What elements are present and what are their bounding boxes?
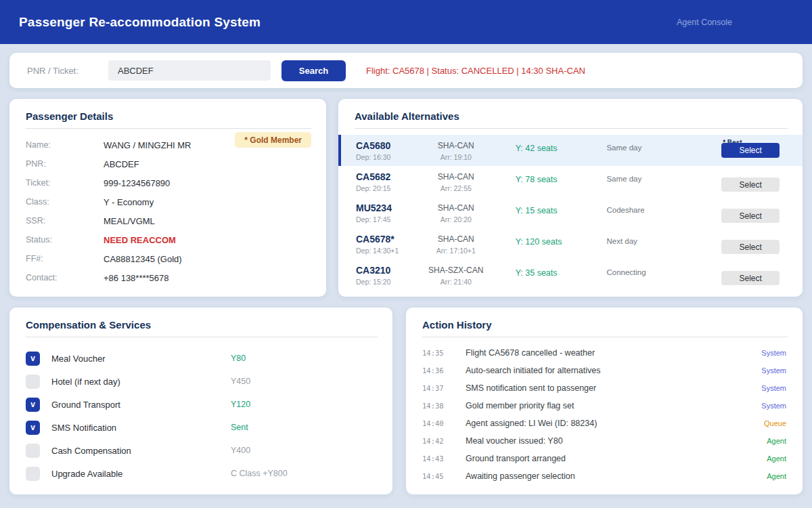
alternative-row: CA5682 Dep: 20:15 SHA-CAN Arr: 22:55 Y: …: [338, 166, 803, 197]
passenger-field-ssr: SSR: MEAL/VGML: [9, 211, 326, 230]
history-text: Meal voucher issued: Y80: [466, 436, 767, 446]
checkbox-checked-icon[interactable]: v: [26, 421, 40, 435]
checkbox-unchecked-icon[interactable]: [26, 467, 40, 481]
pnr-ticket-label: PNR / Ticket:: [27, 66, 107, 76]
select-button[interactable]: Select: [721, 240, 780, 254]
field-label: Status:: [26, 235, 104, 245]
compensation-item: v SMS Notification Sent: [9, 416, 392, 439]
flight-cell: CA3210 Dep: 15:20: [356, 259, 415, 286]
departure-time: Dep: 15:20: [356, 278, 415, 286]
compensation-item: v Ground Transport Y120: [9, 393, 392, 416]
field-label: FF#:: [26, 254, 104, 263]
search-button[interactable]: Search: [281, 60, 346, 81]
flight-number: CA3210: [356, 265, 415, 276]
route: SHA-CAN: [415, 234, 497, 244]
history-row: 14:43 Ground transport arranged Agent: [406, 450, 803, 467]
select-button[interactable]: Select: [721, 271, 780, 285]
history-actor: Agent: [767, 437, 786, 445]
day-note: Same day: [606, 135, 701, 152]
history-time: 14:38: [422, 402, 466, 410]
history-actor: System: [761, 384, 786, 392]
departure-time: Dep: 17:45: [356, 215, 415, 224]
compensation-value: Y80: [231, 354, 246, 363]
arrival-time: Arr: 17:10+1: [415, 247, 497, 255]
seats-available: Y: 35 seats: [516, 259, 607, 278]
field-value: CA88812345 (Gold): [104, 254, 182, 264]
passenger-details-panel: Passenger Details * Gold Member Name: WA…: [9, 99, 326, 297]
history-time: 14:45: [422, 472, 466, 480]
compensation-label: Hotel (if next day): [51, 377, 231, 387]
available-alternatives-panel: Available Alternatives CA5680 Dep: 16:30…: [338, 99, 803, 297]
checkbox-unchecked-icon[interactable]: [26, 444, 40, 458]
flight-number: CA5680: [356, 140, 415, 151]
field-label: PNR:: [26, 159, 104, 169]
flight-number: CA5682: [356, 171, 415, 182]
history-time: 14:37: [422, 384, 466, 392]
history-text: SMS notification sent to passenger: [466, 383, 761, 393]
search-panel: PNR / Ticket: Search Flight: CA5678 | St…: [9, 53, 803, 88]
seats-available: Y: 15 seats: [516, 197, 607, 215]
compensation-item: Cash Compensation Y400: [9, 439, 392, 462]
action-history-panel: Action History 14:35 Flight CA5678 cance…: [406, 308, 803, 494]
arrival-time: Arr: 19:10: [415, 153, 497, 161]
history-time: 14:40: [422, 419, 466, 427]
compensation-value: Y120: [231, 400, 250, 409]
passenger-details-title: Passenger Details: [26, 110, 311, 129]
compensation-list: v Meal Voucher Y80 Hotel (if next day) Y…: [9, 347, 392, 485]
route: SHA-CAN: [415, 203, 497, 213]
compensation-label: Cash Compensation: [51, 446, 231, 456]
action-history-list: 14:35 Flight CA5678 cancelled - weather …: [406, 344, 803, 485]
select-button[interactable]: Select: [721, 143, 780, 158]
agent-console-link[interactable]: Agent Console: [677, 18, 732, 27]
flight-number: CA5678*: [356, 234, 415, 245]
history-text: Flight CA5678 cancelled - weather: [466, 348, 761, 358]
compensation-label: Upgrade Available: [51, 469, 231, 479]
history-row: 14:38 Gold member priority flag set Syst…: [406, 397, 803, 415]
alternative-row: CA3210 Dep: 15:20 SHA-SZX-CAN Arr: 21:40…: [338, 259, 803, 291]
history-row: 14:35 Flight CA5678 cancelled - weather …: [406, 344, 803, 362]
seats-available: Y: 120 seats: [516, 228, 607, 247]
route-cell: SHA-CAN Arr: 17:10+1: [415, 228, 497, 255]
field-label: Ticket:: [26, 178, 104, 188]
checkbox-checked-icon[interactable]: v: [26, 352, 40, 366]
field-value: 999-1234567890: [104, 178, 170, 188]
flight-cell: CA5682 Dep: 20:15: [356, 166, 415, 192]
field-label: Name:: [26, 140, 104, 150]
passenger-field-contact: Contact: +86 138****5678: [9, 268, 326, 287]
route: SHA-CAN: [415, 141, 497, 150]
route-cell: SHA-SZX-CAN Arr: 21:40: [415, 259, 497, 286]
compensation-panel: Compensation & Services v Meal Voucher Y…: [9, 308, 392, 494]
action-history-title: Action History: [422, 319, 788, 337]
pnr-ticket-input[interactable]: [108, 60, 271, 81]
passenger-fields: Name: WANG / MINGZHI MR PNR: ABCDEF Tick…: [9, 135, 326, 287]
seats-available: Y: 42 seats: [516, 135, 607, 153]
history-actor: System: [761, 349, 786, 357]
field-value: ABCDEF: [104, 159, 139, 169]
compensation-value: Y400: [231, 446, 250, 455]
departure-time: Dep: 20:15: [356, 184, 415, 192]
departure-time: Dep: 14:30+1: [356, 247, 415, 255]
checkbox-unchecked-icon[interactable]: [26, 375, 40, 389]
select-button[interactable]: Select: [721, 209, 780, 223]
route-cell: SHA-CAN Arr: 20:20: [415, 197, 497, 224]
field-value: +86 138****5678: [104, 273, 169, 283]
compensation-item: v Meal Voucher Y80: [9, 347, 392, 370]
history-actor: System: [761, 402, 786, 410]
history-row: 14:45 Awaiting passenger selection Agent: [406, 467, 803, 485]
select-button[interactable]: Select: [721, 177, 780, 192]
history-time: 14:43: [422, 454, 466, 463]
history-text: Ground transport arranged: [466, 454, 767, 463]
compensation-label: Ground Transport: [51, 400, 231, 410]
history-actor: Queue: [764, 419, 786, 427]
checkbox-checked-icon[interactable]: v: [26, 398, 40, 412]
compensation-item: Hotel (if next day) Y450: [9, 370, 392, 393]
history-row: 14:36 Auto-search initiated for alternat…: [406, 362, 803, 379]
field-label: Class:: [26, 197, 104, 207]
flight-status-text: Flight: CA5678 | Status: CANCELLED | 14:…: [366, 66, 585, 76]
app-header: Passenger Re-accommodation System Agent …: [0, 0, 812, 44]
route-cell: SHA-CAN Arr: 19:10: [415, 135, 497, 161]
route: SHA-CAN: [415, 172, 497, 182]
history-text: Auto-search initiated for alternatives: [466, 366, 761, 375]
field-value: MEAL/VGML: [104, 216, 155, 226]
day-note: Codeshare: [606, 197, 701, 214]
